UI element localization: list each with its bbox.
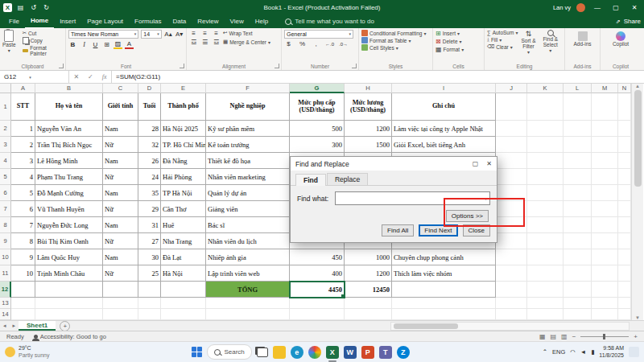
- cell-I13[interactable]: [392, 298, 496, 309]
- grow-font-icon[interactable]: A▴: [164, 31, 173, 38]
- maximize-button[interactable]: ▢: [609, 4, 622, 11]
- number-dialog-launcher[interactable]: [352, 64, 357, 68]
- vertical-scrollbar[interactable]: ▲ ▼: [631, 84, 643, 320]
- cell-D11[interactable]: 25: [138, 265, 161, 282]
- font-size-select[interactable]: 14▾: [141, 30, 161, 39]
- cell-J14[interactable]: [496, 309, 527, 320]
- align-right-icon[interactable]: ☲: [212, 39, 221, 46]
- percent-style-icon[interactable]: %: [298, 40, 307, 47]
- cell-C2[interactable]: Nam: [103, 121, 138, 137]
- cell-E9[interactable]: Nha Trang: [161, 233, 206, 249]
- cell-H11[interactable]: 1200: [345, 265, 392, 282]
- cell-L5[interactable]: [564, 169, 592, 185]
- excel-taskbar-icon[interactable]: X: [326, 346, 339, 359]
- zalo-icon[interactable]: Z: [397, 346, 410, 359]
- cell-N9[interactable]: [618, 233, 631, 249]
- cell-H2[interactable]: 1200: [345, 121, 392, 137]
- cell-J4[interactable]: [496, 153, 527, 169]
- cell-E3[interactable]: TP. Hồ Chí Minh: [161, 137, 206, 153]
- cell-J2[interactable]: [496, 121, 527, 137]
- cancel-entry-icon[interactable]: ✕: [73, 73, 79, 80]
- column-header-C[interactable]: C: [103, 84, 138, 93]
- cell-B11[interactable]: Trịnh Minh Châu: [35, 265, 103, 282]
- cell-L8[interactable]: [564, 217, 592, 233]
- save-icon[interactable]: ▤: [16, 3, 25, 12]
- font-name-select[interactable]: Times New Roman▾: [68, 30, 138, 39]
- cell-M5[interactable]: [592, 169, 618, 185]
- select-all-corner[interactable]: [0, 84, 11, 93]
- cell-J11[interactable]: [496, 265, 527, 282]
- cell-B12[interactable]: [35, 282, 103, 298]
- cell-M2[interactable]: [592, 121, 618, 137]
- cell-F7[interactable]: Giảng viên: [206, 201, 290, 217]
- cell-F10[interactable]: Nhiếp ảnh gia: [206, 249, 290, 265]
- language-indicator[interactable]: ENG: [552, 348, 565, 356]
- add-sheet-button[interactable]: +: [60, 321, 70, 331]
- cell-K1[interactable]: [527, 93, 564, 121]
- tab-formulas[interactable]: Formulas: [129, 14, 167, 28]
- row-header-3[interactable]: 3: [0, 137, 11, 153]
- cell-D10[interactable]: 30: [138, 249, 161, 265]
- cell-K9[interactable]: [527, 233, 564, 249]
- cell-F9[interactable]: Nhân viên du lịch: [206, 233, 290, 249]
- row-header-1[interactable]: 1: [0, 93, 11, 121]
- cell-G14[interactable]: [290, 309, 345, 320]
- cell-D6[interactable]: 35: [138, 185, 161, 201]
- cell-L9[interactable]: [564, 233, 592, 249]
- cell-K12[interactable]: [527, 282, 564, 298]
- dialog-close-icon[interactable]: ✕: [486, 160, 492, 167]
- cell-D13[interactable]: [138, 298, 161, 309]
- wrap-text-button[interactable]: ↩Wrap Text: [223, 30, 252, 36]
- cell-L14[interactable]: [564, 309, 592, 320]
- cell-L7[interactable]: [564, 201, 592, 217]
- cell-J12[interactable]: [496, 282, 527, 298]
- cell-B3[interactable]: Trần Thị Bích Ngọc: [35, 137, 103, 153]
- cell-N7[interactable]: [618, 201, 631, 217]
- cell-A11[interactable]: 10: [11, 265, 35, 282]
- cell-C7[interactable]: Nữ: [103, 201, 138, 217]
- cell-L6[interactable]: [564, 185, 592, 201]
- find-all-button[interactable]: Find All: [382, 224, 414, 237]
- cell-D5[interactable]: 24: [138, 169, 161, 185]
- row-header-11[interactable]: 11: [0, 265, 11, 282]
- word-icon[interactable]: W: [344, 346, 357, 359]
- cell-A9[interactable]: 8: [11, 233, 35, 249]
- cell-G2[interactable]: 500: [290, 121, 345, 137]
- cell-I14[interactable]: [392, 309, 496, 320]
- notification-center-icon[interactable]: [629, 347, 639, 357]
- font-dialog-launcher[interactable]: [180, 64, 184, 68]
- cell-L11[interactable]: [564, 265, 592, 282]
- alignment-dialog-launcher[interactable]: [275, 64, 279, 68]
- cell-J10[interactable]: [496, 249, 527, 265]
- cell-H10[interactable]: 1000: [345, 249, 392, 265]
- cell-E5[interactable]: Hải Phòng: [161, 169, 206, 185]
- cell-C3[interactable]: Nữ: [103, 137, 138, 153]
- cell-M12[interactable]: [592, 282, 618, 298]
- cell-L1[interactable]: [564, 93, 592, 121]
- insert-cells-button[interactable]: ⊞Insert▾: [436, 30, 481, 37]
- conditional-formatting-button[interactable]: Conditional Formatting▾: [361, 30, 430, 36]
- cut-button[interactable]: ✂Cut: [23, 30, 63, 36]
- cell-B7[interactable]: Vũ Thanh Huyền: [35, 201, 103, 217]
- cell-B5[interactable]: Phạm Thu Trang: [35, 169, 103, 185]
- cell-K13[interactable]: [527, 298, 564, 309]
- cell-N3[interactable]: [618, 137, 631, 153]
- cell-K5[interactable]: [527, 169, 564, 185]
- cell-K11[interactable]: [527, 265, 564, 282]
- cell-D1[interactable]: Tuổi: [138, 93, 161, 121]
- cell-F3[interactable]: Kế toán trưởng: [206, 137, 290, 153]
- row-header-6[interactable]: 6: [0, 185, 11, 201]
- close-button[interactable]: ✕: [628, 4, 641, 11]
- column-header-D[interactable]: D: [138, 84, 161, 93]
- cell-J9[interactable]: [496, 233, 527, 249]
- cell-M7[interactable]: [592, 201, 618, 217]
- tell-me-box[interactable]: Tell me what you want to do: [285, 18, 374, 25]
- paste-button[interactable]: Paste▾: [2, 30, 16, 57]
- cell-K6[interactable]: [527, 185, 564, 201]
- column-header-A[interactable]: A: [11, 84, 35, 93]
- cell-G13[interactable]: [290, 298, 345, 309]
- fill-button[interactable]: ⤓Fill▾: [487, 36, 518, 43]
- italic-button[interactable]: I: [80, 41, 89, 48]
- align-top-icon[interactable]: ≡: [189, 30, 198, 37]
- copy-button[interactable]: Copy: [23, 37, 63, 44]
